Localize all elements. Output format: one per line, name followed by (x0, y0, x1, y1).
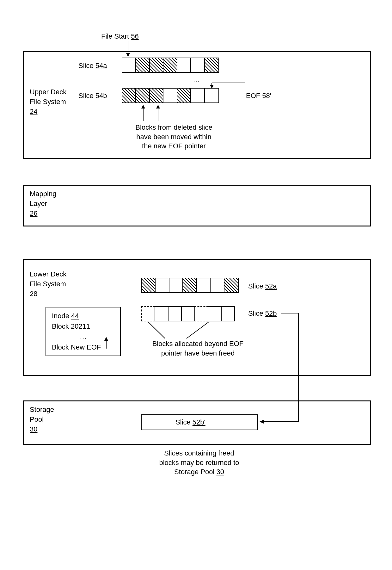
block (205, 58, 218, 72)
upper-deck-label: Upper Deck File System 24 (30, 87, 66, 116)
sp-ref: 30 (30, 425, 37, 433)
block-dashed (194, 306, 208, 321)
file-start-text: File Start (101, 32, 129, 40)
svg-marker-13 (260, 420, 264, 424)
block (177, 58, 191, 72)
mapping-text1: Mapping (30, 190, 56, 198)
mapping-layer-box (23, 185, 371, 226)
slice-52bp-text: Slice (175, 418, 191, 426)
slice-52a-label: Slice 52a (248, 282, 277, 290)
block (177, 89, 191, 102)
slice-52a (141, 278, 239, 293)
block (205, 89, 218, 102)
returned-text: Slices containing freed blocks may be re… (142, 449, 256, 477)
svg-line-11 (148, 322, 165, 338)
block (224, 278, 238, 292)
ret-ref: 30 (216, 468, 224, 476)
mapping-ref: 26 (30, 209, 37, 217)
block (221, 306, 235, 321)
blocks-moved-arrow1 (140, 104, 146, 123)
block (142, 278, 156, 292)
block (163, 58, 177, 72)
slice-54a-label: Slice 54a (78, 62, 107, 70)
file-start-label: File Start 56 (101, 32, 139, 40)
block (191, 89, 205, 102)
eof-arrow (209, 80, 247, 89)
svg-marker-1 (126, 53, 130, 57)
eof-text: EOF (246, 92, 260, 100)
eof-ref: 58' (262, 92, 271, 100)
slice-52a-ref: 52a (265, 282, 277, 290)
block (122, 58, 136, 72)
blocks-moved-text: Blocks from deleted slice have been move… (122, 123, 226, 151)
block (191, 58, 205, 72)
slice-return-arrow (258, 313, 302, 424)
inode-arrow (103, 336, 109, 350)
block (168, 306, 182, 321)
inode-header: Inode 44 (52, 311, 114, 321)
inode-box: Inode 44 Block 20211 … Block New EOF (46, 307, 121, 356)
slice-54a (122, 58, 219, 73)
block (208, 306, 222, 321)
upper-deck-text1: Upper Deck (30, 88, 66, 96)
block (150, 89, 163, 102)
ellipsis: … (193, 76, 200, 84)
sp-text2: Pool (30, 415, 44, 423)
inode-l1: Block 20211 (52, 321, 114, 331)
svg-line-12 (187, 322, 209, 338)
slice-54b-label: Slice 54b (78, 92, 107, 100)
slice-52b (141, 306, 235, 321)
lower-deck-text1: Lower Deck (30, 270, 66, 278)
file-start-arrow (125, 41, 131, 59)
block (211, 278, 224, 292)
slice-52bp-ref: 52b' (193, 418, 205, 426)
ret-l2: blocks may be returned to (159, 459, 239, 467)
upper-deck-ref: 24 (30, 108, 37, 115)
block (155, 306, 168, 321)
bf-l2: pointer have been freed (161, 349, 235, 357)
lower-deck-ref: 28 (30, 290, 37, 298)
file-start-ref: 56 (131, 32, 138, 40)
slice-54b (122, 88, 219, 103)
slice-52bp-label: Slice 52b' (175, 418, 205, 426)
sp-text1: Storage (30, 406, 54, 413)
svg-marker-8 (156, 105, 160, 108)
block-dashed (141, 306, 155, 321)
block (136, 89, 150, 102)
blocks-moved-arrow2 (155, 104, 161, 123)
block (197, 278, 211, 292)
block (156, 278, 169, 292)
svg-marker-6 (141, 105, 145, 108)
slice-54b-text: Slice (78, 92, 94, 100)
bf-l1: Blocks allocated beyond EOF (152, 340, 244, 348)
svg-marker-10 (104, 337, 108, 341)
block (136, 58, 150, 72)
ret-l3: Storage Pool (174, 468, 214, 476)
eof-label: EOF 58' (246, 92, 271, 100)
bm-l3: the new EOF pointer (142, 142, 206, 150)
svg-marker-4 (210, 85, 214, 89)
lower-deck-text2: File System (30, 280, 66, 288)
upper-deck-text2: File System (30, 98, 66, 106)
mapping-text2: Layer (30, 200, 47, 208)
block (181, 306, 195, 321)
block (150, 58, 163, 72)
block (163, 89, 177, 102)
storage-pool-label: Storage Pool 30 (30, 405, 54, 434)
ret-l1: Slices containing freed (164, 449, 234, 457)
slice-54b-ref: 54b (95, 92, 107, 100)
bm-l1: Blocks from deleted slice (135, 123, 212, 131)
mapping-layer-label: Mapping Layer 26 (30, 189, 56, 218)
blocks-freed-line2 (177, 322, 212, 340)
block (183, 278, 197, 292)
slice-54a-ref: 54a (95, 62, 107, 70)
blocks-freed-text: Blocks allocated beyond EOF pointer have… (135, 339, 261, 358)
block (122, 89, 136, 102)
lower-deck-label: Lower Deck File System 28 (30, 270, 66, 299)
block (169, 278, 183, 292)
slice-54a-text: Slice (78, 62, 94, 70)
slice-52a-text: Slice (248, 282, 263, 290)
bm-l2: have been moved within (136, 133, 211, 141)
